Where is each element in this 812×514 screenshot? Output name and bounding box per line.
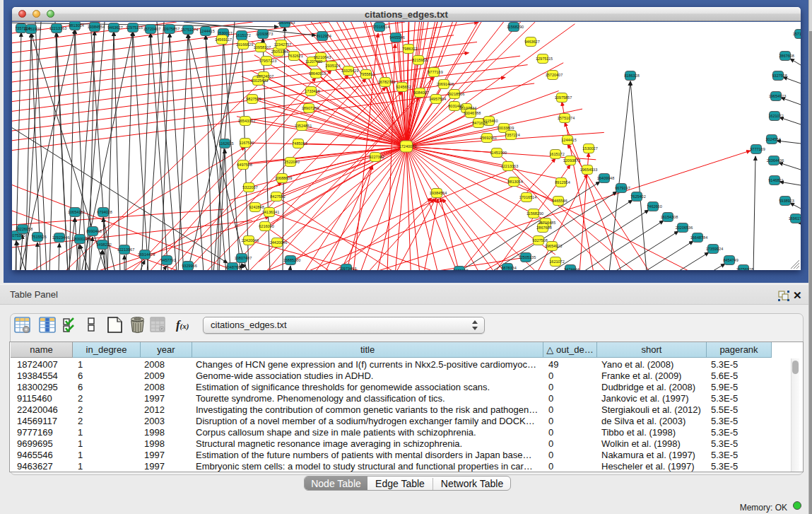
svg-text:19218506: 19218506 <box>447 92 464 96</box>
svg-text:7485063: 7485063 <box>292 141 307 146</box>
svg-text:1075310: 1075310 <box>12 233 25 238</box>
svg-text:(x): (x) <box>180 322 189 331</box>
svg-text:15720407: 15720407 <box>143 27 160 31</box>
svg-text:11451900: 11451900 <box>24 27 41 31</box>
svg-text:1244415: 1244415 <box>199 29 214 33</box>
svg-text:10975857: 10975857 <box>555 95 572 100</box>
svg-text:9227342: 9227342 <box>369 155 384 159</box>
svg-text:8912954: 8912954 <box>555 180 570 185</box>
svg-text:2867608: 2867608 <box>779 54 794 58</box>
svg-text:10025433: 10025433 <box>251 78 268 83</box>
svg-text:7357224: 7357224 <box>505 133 519 137</box>
svg-text:9827509: 9827509 <box>246 97 261 101</box>
svg-text:12093873: 12093873 <box>563 158 580 163</box>
svg-text:22420046: 22420046 <box>242 238 259 243</box>
svg-text:2867608: 2867608 <box>536 226 551 230</box>
svg-text:5322037: 5322037 <box>242 185 257 189</box>
svg-text:9474444: 9474444 <box>564 267 579 271</box>
svg-text:8813054: 8813054 <box>507 180 522 184</box>
svg-text:9084007: 9084007 <box>413 90 428 95</box>
svg-text:1615172: 1615172 <box>235 33 250 37</box>
svg-text:9777169: 9777169 <box>750 147 765 151</box>
svg-text:19384554: 19384554 <box>430 191 447 195</box>
svg-text:16914479: 16914479 <box>138 252 155 257</box>
svg-text:9115460: 9115460 <box>483 119 498 123</box>
svg-text:15885200: 15885200 <box>283 258 300 262</box>
svg-text:12975115: 12975115 <box>536 57 553 61</box>
svg-text:19654933: 19654933 <box>278 22 295 25</box>
svg-text:9465546: 9465546 <box>389 35 404 40</box>
svg-text:9329966: 9329966 <box>182 264 196 268</box>
svg-text:19654923: 19654923 <box>545 244 562 248</box>
svg-text:16210643: 16210643 <box>314 55 331 59</box>
svg-text:17016514: 17016514 <box>372 25 389 29</box>
svg-text:15751074: 15751074 <box>181 28 198 32</box>
svg-text:17957223: 17957223 <box>259 59 276 63</box>
svg-text:10807487: 10807487 <box>235 256 252 260</box>
svg-text:9465546: 9465546 <box>552 199 567 203</box>
svg-text:1733426: 1733426 <box>305 89 319 93</box>
svg-text:12213363: 12213363 <box>501 164 518 168</box>
svg-text:10033809: 10033809 <box>497 126 514 130</box>
svg-text:17240070: 17240070 <box>399 144 416 148</box>
svg-text:1530027: 1530027 <box>582 146 597 151</box>
svg-text:10973493: 10973493 <box>339 267 356 271</box>
svg-text:15716485: 15716485 <box>793 32 801 36</box>
svg-text:9242848: 9242848 <box>249 205 264 209</box>
svg-text:20691406: 20691406 <box>437 82 454 86</box>
svg-text:8186328: 8186328 <box>624 74 639 78</box>
svg-text:1244415: 1244415 <box>561 138 576 142</box>
svg-text:9457791: 9457791 <box>160 258 175 262</box>
svg-text:1530027: 1530027 <box>217 31 232 35</box>
svg-text:10654112: 10654112 <box>68 210 85 214</box>
svg-text:10958107: 10958107 <box>254 45 271 49</box>
svg-text:9463627: 9463627 <box>524 40 539 44</box>
svg-text:11451900: 11451900 <box>490 151 507 155</box>
svg-text:19166829: 19166829 <box>236 42 253 47</box>
svg-text:20487682: 20487682 <box>225 265 242 269</box>
svg-text:9327508: 9327508 <box>772 74 787 78</box>
svg-text:8912954: 8912954 <box>316 34 331 38</box>
svg-text:13524851: 13524851 <box>295 124 312 128</box>
svg-text:8215958: 8215958 <box>412 58 427 62</box>
svg-text:2522040: 2522040 <box>284 160 299 164</box>
svg-text:8990448: 8990448 <box>86 229 101 233</box>
svg-text:15720407: 15720407 <box>546 73 563 77</box>
svg-text:17016514: 17016514 <box>519 195 536 199</box>
svg-text:19654933: 19654933 <box>580 168 597 172</box>
svg-text:5938923: 5938923 <box>779 199 794 203</box>
svg-text:14136141: 14136141 <box>262 210 279 214</box>
svg-text:9777169: 9777169 <box>428 70 442 74</box>
svg-text:15751074: 15751074 <box>558 116 575 120</box>
svg-text:5878334: 5878334 <box>501 266 516 270</box>
svg-text:3024554: 3024554 <box>765 137 780 141</box>
svg-text:1167530: 1167530 <box>239 141 254 145</box>
svg-text:16107534: 16107534 <box>459 106 476 110</box>
svg-text:19654923: 19654923 <box>769 94 786 98</box>
svg-text:9245652: 9245652 <box>396 85 411 89</box>
svg-text:14957564: 14957564 <box>429 97 446 101</box>
svg-text:18907269: 18907269 <box>302 106 319 110</box>
svg-text:12093873: 12093873 <box>256 32 273 36</box>
svg-text:18300295: 18300295 <box>73 237 90 241</box>
svg-text:8427552: 8427552 <box>270 194 285 199</box>
svg-text:12505135: 12505135 <box>519 255 536 259</box>
svg-text:12923446: 12923446 <box>52 235 69 240</box>
svg-text:9146821: 9146821 <box>768 178 783 182</box>
svg-text:10046788: 10046788 <box>464 111 481 115</box>
svg-text:16782759: 16782759 <box>378 80 395 84</box>
svg-text:7515526: 7515526 <box>31 235 46 239</box>
svg-text:12213363: 12213363 <box>49 26 66 30</box>
svg-text:8813054: 8813054 <box>69 23 83 28</box>
svg-text:16543362: 16543362 <box>238 119 255 123</box>
svg-text:18640910: 18640910 <box>309 71 326 76</box>
svg-text:6497508: 6497508 <box>237 163 252 167</box>
svg-text:6216000: 6216000 <box>259 224 273 228</box>
svg-text:12342757: 12342757 <box>274 42 291 47</box>
svg-text:7955812: 7955812 <box>360 72 375 76</box>
svg-text:24420046: 24420046 <box>270 240 287 245</box>
svg-text:12213967: 12213967 <box>117 247 134 252</box>
svg-text:5498222: 5498222 <box>96 243 111 247</box>
svg-text:1621072: 1621072 <box>768 114 783 118</box>
svg-text:9699695: 9699695 <box>453 269 468 271</box>
